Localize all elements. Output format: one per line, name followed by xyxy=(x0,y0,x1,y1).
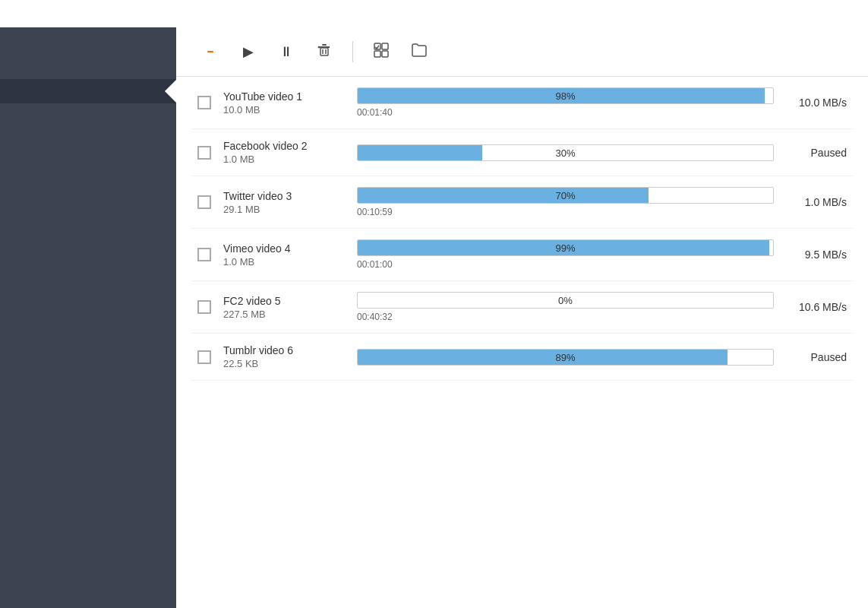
download-time: 00:01:00 xyxy=(357,259,774,270)
download-checkbox-5[interactable] xyxy=(197,300,211,314)
download-checkbox-6[interactable] xyxy=(197,350,211,364)
content-area: ▶ ⏸ xyxy=(176,27,868,608)
play-button[interactable]: ▶ xyxy=(232,38,264,65)
download-size: 29.1 MB xyxy=(223,204,345,215)
download-time: 00:01:40 xyxy=(357,107,774,118)
download-name: FC2 video 5 xyxy=(223,295,345,307)
download-item-6: Tumblr video 6 22.5 KB 89% Paused xyxy=(191,334,853,381)
download-item-4: Vimeo video 4 1.0 MB 99% 00:01:00 9.5 MB… xyxy=(191,229,853,281)
sidebar-item-settings[interactable] xyxy=(0,152,176,176)
svg-rect-9 xyxy=(374,51,380,57)
download-info: YouTube video 1 10.0 MB xyxy=(223,90,345,116)
svg-rect-1 xyxy=(322,44,327,46)
progress-label: 0% xyxy=(358,293,773,309)
sidebar-item-supported-websites[interactable] xyxy=(0,128,176,152)
app-body: ▶ ⏸ xyxy=(0,27,868,608)
minimize-button[interactable] xyxy=(786,6,801,21)
progress-label: 99% xyxy=(358,240,773,256)
toolbar: ▶ ⏸ xyxy=(176,27,868,77)
folder-icon xyxy=(411,42,428,62)
download-item-5: FC2 video 5 227.5 MB 0% 00:40:32 10.6 MB… xyxy=(191,281,853,334)
sidebar-item-about[interactable] xyxy=(0,176,176,201)
download-speed: 10.0 MB/s xyxy=(786,97,847,109)
download-info: Tumblr video 6 22.5 KB xyxy=(223,344,345,369)
progress-container: 70% 00:10:59 xyxy=(357,187,774,217)
progress-bar: 70% xyxy=(357,187,774,204)
svg-rect-10 xyxy=(382,51,388,57)
download-checkbox-2[interactable] xyxy=(197,146,211,160)
download-status: Paused xyxy=(786,351,847,363)
delete-icon xyxy=(317,43,332,62)
download-checkbox-1[interactable] xyxy=(197,96,211,109)
delete-button[interactable] xyxy=(308,38,340,65)
progress-container: 30% xyxy=(357,144,774,161)
download-info: FC2 video 5 227.5 MB xyxy=(223,295,345,320)
play-icon: ▶ xyxy=(243,43,254,60)
download-info: Twitter video 3 29.1 MB xyxy=(223,190,345,215)
download-speed: 1.0 MB/s xyxy=(786,196,847,208)
progress-label: 70% xyxy=(358,188,773,204)
progress-label: 30% xyxy=(358,145,773,161)
sidebar-nav xyxy=(0,79,176,201)
progress-label: 89% xyxy=(358,350,773,366)
title-bar xyxy=(0,0,868,27)
download-speed: 10.6 MB/s xyxy=(786,301,847,313)
download-size: 22.5 KB xyxy=(223,358,345,369)
app-title xyxy=(0,27,176,79)
close-button[interactable] xyxy=(844,6,859,21)
sidebar-item-downloading[interactable] xyxy=(0,79,176,103)
maximize-button[interactable] xyxy=(815,6,830,21)
download-list: YouTube video 1 10.0 MB 98% 00:01:40 10.… xyxy=(176,77,868,608)
progress-container: 89% xyxy=(357,349,774,366)
toolbar-separator xyxy=(352,41,353,62)
new-button[interactable] xyxy=(194,38,226,65)
download-size: 10.0 MB xyxy=(223,104,345,116)
progress-bar: 99% xyxy=(357,239,774,256)
progress-container: 0% 00:40:32 xyxy=(357,292,774,322)
download-info: Vimeo video 4 1.0 MB xyxy=(223,242,345,268)
download-name: Vimeo video 4 xyxy=(223,242,345,255)
download-item-2: Facebook video 2 1.0 MB 30% Paused xyxy=(191,129,853,176)
download-info: Facebook video 2 1.0 MB xyxy=(223,140,345,165)
download-name: YouTube video 1 xyxy=(223,90,345,103)
svg-rect-2 xyxy=(320,48,328,55)
select-all-button[interactable] xyxy=(365,38,397,65)
download-item-3: Twitter video 3 29.1 MB 70% 00:10:59 1.0… xyxy=(191,176,853,229)
sidebar-item-completed[interactable] xyxy=(0,103,176,128)
progress-bar: 89% xyxy=(357,349,774,366)
svg-rect-8 xyxy=(382,43,388,49)
download-name: Facebook video 2 xyxy=(223,140,345,152)
progress-bar: 98% xyxy=(357,87,774,104)
progress-container: 99% 00:01:00 xyxy=(357,239,774,270)
download-name: Tumblr video 6 xyxy=(223,344,345,356)
sidebar xyxy=(0,27,176,608)
download-time: 00:10:59 xyxy=(357,207,774,217)
pause-button[interactable]: ⏸ xyxy=(270,38,302,65)
download-time: 00:40:32 xyxy=(357,312,774,322)
progress-bar: 30% xyxy=(357,144,774,161)
select-all-icon xyxy=(373,42,390,62)
download-item-1: YouTube video 1 10.0 MB 98% 00:01:40 10.… xyxy=(191,77,853,129)
download-size: 227.5 MB xyxy=(223,309,345,320)
open-folder-button[interactable] xyxy=(403,38,435,65)
new-badge xyxy=(207,51,213,52)
download-speed: 9.5 MB/s xyxy=(786,249,847,261)
download-status: Paused xyxy=(786,147,847,159)
progress-label: 98% xyxy=(358,88,773,104)
download-checkbox-3[interactable] xyxy=(197,195,211,209)
pause-icon: ⏸ xyxy=(279,44,293,60)
download-size: 1.0 MB xyxy=(223,154,345,165)
progress-container: 98% 00:01:40 xyxy=(357,87,774,118)
progress-bar: 0% xyxy=(357,292,774,309)
download-checkbox-4[interactable] xyxy=(197,248,211,261)
download-name: Twitter video 3 xyxy=(223,190,345,202)
download-size: 1.0 MB xyxy=(223,256,345,268)
